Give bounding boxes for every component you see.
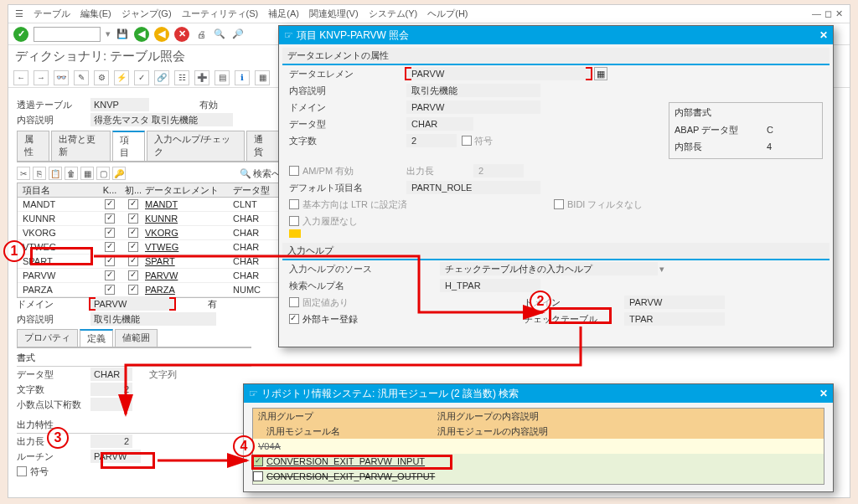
sign-checkbox2[interactable] xyxy=(462,136,472,146)
close-icon[interactable]: ✕ xyxy=(835,8,843,19)
fk-checkbox[interactable] xyxy=(289,314,299,324)
module-name[interactable]: CONVERSION_EXIT_PARVW_OUTPUT xyxy=(266,471,435,481)
format-group: 書式 xyxy=(17,352,251,364)
menu-edit[interactable]: 編集(E) xyxy=(80,8,111,20)
display-icon[interactable]: 👓 xyxy=(54,70,69,85)
desel-icon[interactable]: ▢ xyxy=(96,167,110,180)
minimize-icon[interactable]: — xyxy=(812,8,821,19)
module-checkbox[interactable] xyxy=(253,471,263,481)
repo-module-row[interactable]: CONVERSION_EXIT_PARVW_INPUT xyxy=(253,454,824,469)
len-value: 2 xyxy=(90,383,132,396)
hist-checkbox[interactable] xyxy=(289,216,299,226)
bidi-checkbox[interactable] xyxy=(554,199,564,209)
copy-icon[interactable]: ⎘ xyxy=(33,167,46,180)
fixed-checkbox[interactable] xyxy=(289,297,299,307)
callout-4: 4 xyxy=(233,435,255,457)
desc-value: 得意先マスタ 取引先機能 xyxy=(90,113,233,126)
popup2-icon: ☞ xyxy=(249,388,258,399)
other-icon[interactable]: ⚙ xyxy=(94,70,109,85)
tab-fields[interactable]: 項目 xyxy=(112,131,145,161)
edit-icon[interactable]: ✎ xyxy=(74,70,89,85)
dt-value2: CHAR xyxy=(406,117,473,131)
nav-fwd-icon[interactable]: → xyxy=(34,70,49,85)
menu-help[interactable]: ヘルプ(H) xyxy=(427,8,468,20)
command-field[interactable] xyxy=(34,27,101,42)
table-row[interactable]: KUNNRKUNNRCHAR xyxy=(18,212,280,226)
where-icon[interactable]: 🔗 xyxy=(154,70,169,85)
domain-label: ドメイン xyxy=(17,298,90,311)
tab-inputhelp[interactable]: 入力ヘルプ/チェック xyxy=(147,131,244,161)
field-detail-popup: ☞ 項目 KNVP-PARVW 照会 ✕ データエレメントの属性 データエレメン… xyxy=(278,25,834,347)
menu-extra[interactable]: 補足(A) xyxy=(268,8,299,20)
more-icon[interactable]: ▦ xyxy=(255,70,270,85)
ltr-checkbox[interactable] xyxy=(289,199,299,209)
table-row[interactable]: VKORGVKORGCHAR xyxy=(18,226,280,240)
dom-label: ドメイン xyxy=(289,101,406,114)
repo-module-row[interactable]: CONVERSION_EXIT_PARVW_OUTPUT xyxy=(253,469,824,484)
search-icon[interactable]: 🔍 xyxy=(240,168,251,179)
tab-currency[interactable]: 通貨 xyxy=(246,131,279,161)
domain-value-2: PARVW xyxy=(624,296,725,309)
de-value[interactable]: PARVW xyxy=(406,67,591,80)
col-de: データエレメント xyxy=(145,184,233,197)
tab-props[interactable]: プロパティ xyxy=(17,329,78,347)
delete-icon[interactable]: 🗑 xyxy=(65,167,78,180)
ampm-checkbox[interactable] xyxy=(289,166,299,176)
ok-icon[interactable]: ✓ xyxy=(13,27,28,42)
dec-label: 小数点以下桁数 xyxy=(17,399,90,411)
table-row[interactable]: SPARTSPARTCHAR xyxy=(18,255,280,269)
marker-icon xyxy=(289,229,301,238)
info-icon[interactable]: ℹ xyxy=(235,70,250,85)
table-row[interactable]: PARZAPARZANUMC xyxy=(18,283,280,297)
internal-format-group: 内部書式 ABAP データ型C 内部長4 xyxy=(669,102,823,159)
tab-delivery[interactable]: 出荷と更新 xyxy=(51,131,111,161)
table-row[interactable]: MANDTMANDTCLNT xyxy=(18,198,280,212)
callout-1: 1 xyxy=(3,240,25,262)
module-checkbox[interactable] xyxy=(253,456,263,466)
grid-toolbar: ✂ ⎘ 📋 🗑 ▦ ▢ 🔑 🔍 検索へ xyxy=(17,165,281,182)
popup-close-icon[interactable]: ✕ xyxy=(819,29,828,41)
table-row[interactable]: PARVWPARVWCHAR xyxy=(18,269,280,283)
tab-vals[interactable]: 値範囲 xyxy=(115,329,158,347)
repo-group-row[interactable]: V04A xyxy=(253,439,824,454)
maximize-icon[interactable]: ◻ xyxy=(824,8,832,19)
paste-icon[interactable]: 📋 xyxy=(49,167,62,180)
table-row[interactable]: VTWEGVTWEGCHAR xyxy=(18,240,280,255)
tab-def[interactable]: 定義 xyxy=(80,329,113,347)
col-dt: データ型 xyxy=(233,184,275,197)
check-icon[interactable]: ✓ xyxy=(134,70,149,85)
save-icon[interactable]: 💾 xyxy=(116,28,129,41)
dtype-value: CHAR xyxy=(90,368,132,381)
append-icon[interactable]: ➕ xyxy=(194,70,209,85)
inputhelp-source[interactable]: チェックテーブル付きの入力ヘルプ xyxy=(440,262,658,275)
popup2-close-icon[interactable]: ✕ xyxy=(819,388,828,399)
selall-icon[interactable]: ▦ xyxy=(80,167,94,180)
cut-icon[interactable]: ✂ xyxy=(17,167,30,180)
table-label: 透過テーブル xyxy=(17,99,90,111)
f4-icon[interactable]: ▦ xyxy=(594,67,607,80)
menu-related[interactable]: 関連処理(V) xyxy=(309,8,359,20)
exit-icon[interactable]: ◀ xyxy=(154,27,169,42)
section-inputhelp: 入力ヘルプ xyxy=(282,243,830,260)
len-label2: 文字数 xyxy=(289,135,406,147)
sign-checkbox[interactable] xyxy=(17,466,27,476)
findnext-icon[interactable]: 🔎 xyxy=(231,28,245,41)
key-icon[interactable]: 🔑 xyxy=(112,167,126,180)
dom-value: PARVW xyxy=(406,100,540,114)
hier-icon[interactable]: ☷ xyxy=(174,70,189,85)
menu-jump[interactable]: ジャンプ(G) xyxy=(121,8,172,20)
callout-3: 3 xyxy=(47,427,69,449)
tab-attr[interactable]: 属性 xyxy=(17,131,49,161)
print-icon[interactable]: 🖨 xyxy=(194,28,208,41)
find-icon[interactable]: 🔍 xyxy=(213,28,226,41)
cancel-icon[interactable]: ✕ xyxy=(174,27,189,42)
menu-table[interactable]: テーブル xyxy=(34,8,70,20)
module-name[interactable]: CONVERSION_EXIT_PARVW_INPUT xyxy=(266,456,425,466)
nav-back-icon[interactable]: ← xyxy=(13,70,28,85)
activate-icon[interactable]: ⚡ xyxy=(114,70,129,85)
menu-system[interactable]: システム(Y) xyxy=(369,8,418,20)
back-icon[interactable]: ◀ xyxy=(134,27,149,42)
menu-utility[interactable]: ユーティリティ(S) xyxy=(182,8,259,20)
dt-label2: データ型 xyxy=(289,118,406,131)
tech-icon[interactable]: ▤ xyxy=(214,70,230,85)
